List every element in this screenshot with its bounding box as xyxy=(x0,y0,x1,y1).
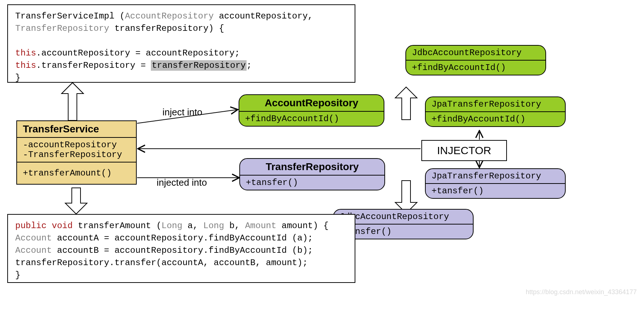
uml-methods: +tansfer() xyxy=(240,176,384,190)
uml-methods: +findByAccountId() xyxy=(406,61,545,75)
uml-methods: +findByAccountId() xyxy=(426,112,565,126)
watermark: https://blog.csdn.net/weixin_43364177 xyxy=(526,288,637,296)
uml-title: JpaTransferRepository xyxy=(426,169,565,184)
uml-jpa-transfer-repository-bottom: JpaTransferRepository +tansfer() xyxy=(425,168,566,199)
uml-title: AccountRepository xyxy=(239,95,384,112)
uml-methods: +tansfer() xyxy=(426,184,565,198)
uml-methods: +transferAmount() xyxy=(17,162,136,184)
label-injected-into: injected into xyxy=(157,177,207,188)
label-inject-into: inject into xyxy=(162,107,202,118)
uml-title: JpaTransferRepository xyxy=(426,97,565,112)
code-constructor: TransferServiceImpl (AccountRepository a… xyxy=(7,4,355,83)
uml-title: JdbcAccountRepository xyxy=(406,46,545,61)
code-transfer-amount: public void transferAmount (Long a, Long… xyxy=(7,214,355,283)
uml-title: TransferService xyxy=(17,121,136,138)
diagram-canvas: TransferServiceImpl (AccountRepository a… xyxy=(0,0,644,317)
uml-fields: -accountRepository-TransferRepository xyxy=(17,138,136,162)
uml-transfer-service: TransferService -accountRepository-Trans… xyxy=(16,120,137,185)
uml-title: TransferRepository xyxy=(240,159,384,176)
injector-box: INJECTOR xyxy=(421,140,507,161)
uml-account-repository: AccountRepository +findByAccountId() xyxy=(239,94,384,127)
uml-transfer-repository: TransferRepository +tansfer() xyxy=(239,158,385,190)
uml-methods: +findByAccountId() xyxy=(239,112,384,126)
uml-jpa-transfer-repository-top: JpaTransferRepository +findByAccountId() xyxy=(425,96,566,127)
uml-jdbc-account-repository: JdbcAccountRepository +findByAccountId() xyxy=(405,45,546,75)
